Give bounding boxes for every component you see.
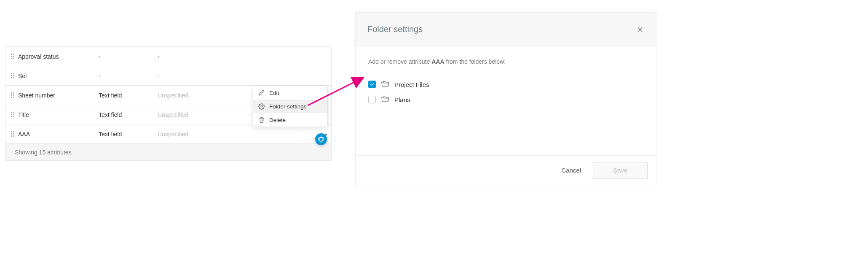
cancel-button[interactable]: Cancel: [557, 163, 585, 177]
folder-item: Plans: [368, 92, 643, 107]
instr-prefix: Add or remove attribute: [368, 58, 431, 65]
table-footer: Showing 15 attributes: [5, 143, 331, 160]
panel-title: Folder settings: [367, 24, 423, 34]
drag-handle-icon[interactable]: [9, 111, 16, 118]
attr-name: AAA: [16, 131, 99, 138]
attr-required: Unspecified: [158, 92, 229, 99]
attr-type: Text field: [99, 131, 158, 138]
drag-handle-icon[interactable]: [9, 92, 16, 99]
menu-delete[interactable]: Delete: [253, 113, 327, 127]
attr-type: Text field: [99, 111, 158, 118]
svg-point-0: [261, 105, 263, 107]
menu-edit-label: Edit: [269, 90, 279, 96]
instr-attr-name: AAA: [431, 58, 444, 65]
menu-edit[interactable]: Edit: [253, 86, 327, 100]
attr-name: Sheet number: [16, 92, 99, 99]
context-menu: Edit Folder settings Delete: [253, 86, 328, 127]
instr-suffix: from the folders below:: [445, 58, 506, 65]
folder-icon: [381, 96, 389, 103]
folder-checkbox[interactable]: [368, 96, 376, 103]
drag-handle-icon[interactable]: [9, 53, 16, 60]
drag-handle-icon[interactable]: [9, 131, 16, 138]
attr-required: -: [158, 53, 229, 60]
table-row[interactable]: Approval status - -: [5, 46, 331, 66]
attr-required: -: [158, 73, 229, 79]
attr-type: -: [99, 53, 158, 60]
gear-icon: [258, 103, 265, 110]
panel-footer: Cancel Save: [356, 155, 656, 185]
menu-folder-settings[interactable]: Folder settings: [253, 100, 327, 113]
folder-label: Plans: [394, 96, 410, 103]
attr-required: Unspecified: [158, 131, 229, 138]
folder-item: Project Files: [368, 77, 643, 92]
menu-folder-settings-label: Folder settings: [269, 103, 307, 110]
folder-list: Project Files Plans: [368, 77, 643, 107]
pencil-icon: [258, 89, 265, 96]
attr-name: Title: [16, 111, 99, 118]
attr-name: Approval status: [16, 53, 99, 60]
folder-checkbox[interactable]: [368, 81, 376, 88]
panel-body: Add or remove attribute AAA from the fol…: [356, 46, 656, 155]
save-button[interactable]: Save: [593, 162, 648, 179]
panel-instructions: Add or remove attribute AAA from the fol…: [368, 58, 643, 65]
trash-icon: [258, 116, 265, 123]
folder-icon: [381, 81, 389, 88]
drag-handle-icon[interactable]: [9, 73, 16, 79]
help-fab-button[interactable]: [315, 133, 327, 145]
menu-delete-label: Delete: [269, 117, 286, 123]
attr-required: Unspecified: [158, 111, 229, 118]
attr-type: -: [99, 73, 158, 79]
attr-name: Set: [16, 73, 99, 79]
panel-header: Folder settings: [356, 13, 656, 46]
close-icon[interactable]: [636, 25, 644, 34]
attr-type: Text field: [99, 92, 158, 99]
table-row[interactable]: Set - -: [5, 66, 331, 85]
folder-settings-panel: Folder settings Add or remove attribute …: [355, 12, 656, 185]
folder-label: Project Files: [394, 81, 429, 88]
